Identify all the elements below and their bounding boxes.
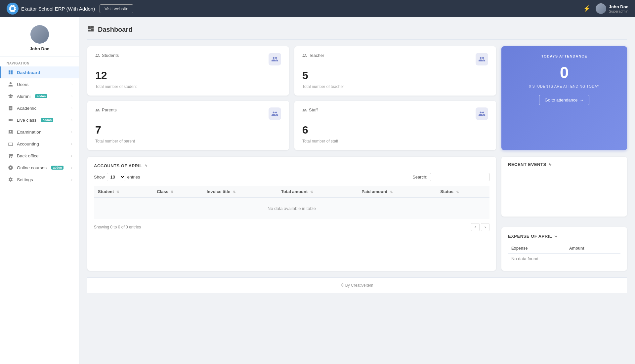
- sidebar: John Doe Navigation Dashboard Users ›: [0, 17, 79, 364]
- staff-label: Staff: [302, 107, 318, 112]
- accounts-title: Accounts Of April ⤷: [94, 163, 489, 168]
- academic-icon: [8, 105, 14, 111]
- avatar-image: [596, 3, 606, 14]
- expense-no-data: No data found: [508, 254, 620, 264]
- online-courses-addon-badge: addon: [51, 166, 64, 170]
- parents-count: 7: [95, 124, 281, 136]
- accounts-export-icon[interactable]: ⤷: [144, 163, 148, 168]
- visit-website-button[interactable]: Visit website: [100, 4, 133, 13]
- chevron-right-icon: ›: [71, 106, 72, 110]
- sidebar-item-label-users: Users: [17, 82, 28, 87]
- stat-card-parents: Parents 7 Total number of parent: [87, 101, 289, 150]
- sidebar-item-label-academic: Academic: [17, 106, 36, 111]
- page-title: Dashboard: [98, 26, 132, 33]
- col-class[interactable]: Class ⇅: [153, 186, 202, 198]
- prev-page-button[interactable]: ‹: [471, 223, 480, 231]
- expense-no-data-row: No data found: [508, 254, 620, 264]
- col-total-amount[interactable]: Total amount ⇅: [277, 186, 358, 198]
- sidebar-item-users[interactable]: Users ›: [0, 78, 79, 90]
- next-page-button[interactable]: ›: [481, 223, 489, 231]
- accounts-table: Student ⇅ Class ⇅ Invoice title ⇅ Total …: [94, 186, 489, 219]
- col-paid-amount[interactable]: Paid amount ⇅: [358, 186, 436, 198]
- staff-count: 6: [302, 124, 488, 136]
- sidebar-item-label-live-class: Live class: [17, 118, 36, 123]
- chevron-right-icon: ›: [71, 94, 72, 98]
- expense-link-icon[interactable]: ⤷: [554, 234, 558, 239]
- teacher-desc: Total number of teacher: [302, 84, 488, 89]
- svg-point-0: [7, 3, 19, 15]
- col-student[interactable]: Student ⇅: [94, 186, 153, 198]
- chevron-right-icon: ›: [71, 166, 72, 170]
- sidebar-item-back-office[interactable]: Back office ›: [0, 150, 79, 162]
- parents-desc: Total number of parent: [95, 139, 281, 143]
- teacher-label: Teacher: [302, 53, 324, 58]
- parents-icon-box: [269, 107, 281, 120]
- logo: Ekattor School ERP (With Addon): [7, 3, 95, 15]
- stats-grid: Students 12 Total number of student: [87, 46, 627, 150]
- footer-text: © By Creativeitem: [341, 283, 373, 288]
- chevron-right-icon: ›: [71, 130, 72, 134]
- search-box: Search:: [412, 173, 489, 181]
- live-class-addon-badge: addon: [41, 118, 53, 122]
- sidebar-item-online-courses[interactable]: Online courses addon ›: [0, 162, 79, 174]
- app-name: Ekattor School ERP (With Addon): [21, 6, 95, 12]
- page-header: Dashboard: [87, 25, 627, 40]
- sidebar-item-label-back-office: Back office: [17, 153, 39, 158]
- translate-icon[interactable]: ⚡: [583, 5, 590, 12]
- sidebar-username: John Doe: [30, 46, 49, 51]
- attendance-count: 0: [560, 63, 569, 82]
- search-input[interactable]: [430, 173, 489, 181]
- sidebar-avatar-img: [30, 25, 49, 44]
- user-name: John Doe: [609, 4, 628, 9]
- students-label: Students: [95, 53, 119, 58]
- go-to-attendance-button[interactable]: Go to attendance →: [539, 95, 590, 105]
- expense-card: Expense Of April ⤷ Expense Amount: [501, 227, 627, 271]
- attendance-subtitle: 0 Students Are Attending Today: [529, 84, 599, 88]
- teacher-icon-box: [476, 53, 488, 65]
- sidebar-item-label-online-courses: Online courses: [17, 165, 47, 170]
- parents-label: Parents: [95, 107, 117, 112]
- teacher-count: 5: [302, 69, 488, 82]
- events-link-icon[interactable]: ⤷: [548, 162, 552, 167]
- sidebar-item-label-accounting: Accounting: [17, 142, 39, 146]
- dashboard-header-icon: [87, 25, 95, 34]
- sidebar-item-accounting[interactable]: Accounting ›: [0, 138, 79, 150]
- accounts-table-card: Accounts Of April ⤷ Show 10 25 50 100 en…: [87, 157, 496, 271]
- alumni-addon-badge: addon: [35, 94, 47, 98]
- sidebar-item-alumni[interactable]: Alumni addon ›: [0, 90, 79, 102]
- staff-icon-box: [476, 107, 488, 120]
- sidebar-item-label-alumni: Alumni: [17, 94, 30, 99]
- chevron-right-icon: ›: [71, 154, 72, 158]
- showing-entries: Showing 0 to 0 of 0 entries: [94, 225, 141, 229]
- sidebar-item-examination[interactable]: Examination ›: [0, 126, 79, 138]
- arrow-right-icon: →: [579, 98, 584, 102]
- no-data-row: No data available in table: [94, 198, 489, 219]
- sidebar-item-label-dashboard: Dashboard: [17, 70, 40, 75]
- show-entries-select[interactable]: 10 25 50 100: [107, 173, 125, 181]
- avatar: [596, 3, 606, 14]
- accounting-icon: [8, 141, 14, 147]
- back-office-icon: [8, 153, 14, 159]
- chevron-right-icon: ›: [71, 178, 72, 182]
- topnav-left: Ekattor School ERP (With Addon) Visit we…: [7, 3, 133, 15]
- table-toolbar: Show 10 25 50 100 entries Search:: [94, 173, 489, 181]
- user-role: Superadmin: [609, 9, 628, 13]
- dashboard-icon: [8, 69, 14, 75]
- students-icon-box: [269, 53, 281, 65]
- examination-icon: [8, 129, 14, 135]
- col-status[interactable]: Status ⇅: [436, 186, 489, 198]
- recent-events-title: Recent Events: [508, 162, 546, 167]
- expense-col-expense: Expense: [508, 243, 566, 254]
- sidebar-item-settings[interactable]: Settings ›: [0, 174, 79, 185]
- col-invoice-title[interactable]: Invoice title ⇅: [203, 186, 277, 198]
- sidebar-item-academic[interactable]: Academic ›: [0, 102, 79, 114]
- layout: John Doe Navigation Dashboard Users ›: [0, 17, 635, 364]
- expense-title: Expense Of April: [508, 234, 552, 239]
- staff-desc: Total number of staff: [302, 139, 488, 143]
- sidebar-item-live-class[interactable]: Live class addon ›: [0, 114, 79, 126]
- topnav-right: ⚡ John Doe Superadmin: [583, 3, 628, 14]
- sidebar-item-dashboard[interactable]: Dashboard: [0, 66, 79, 78]
- chevron-right-icon: ›: [71, 142, 72, 146]
- main-content: Dashboard Students 12: [79, 17, 635, 364]
- bottom-grid: Accounts Of April ⤷ Show 10 25 50 100 en…: [87, 157, 627, 271]
